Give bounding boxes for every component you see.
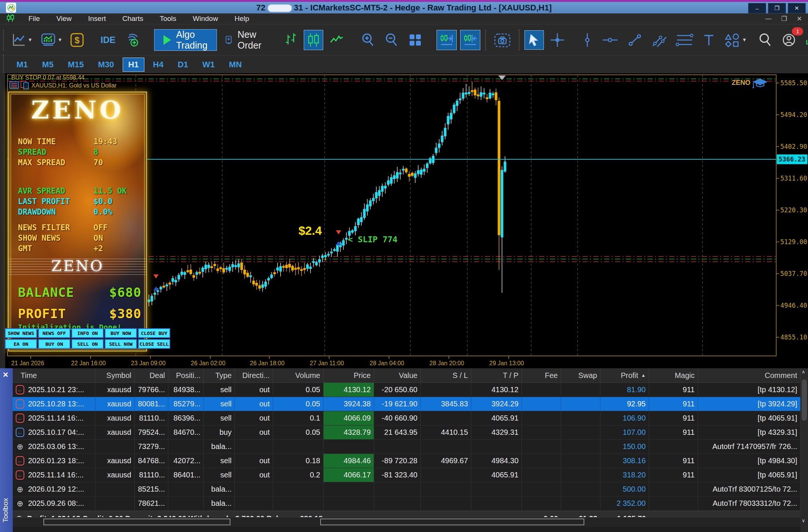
table-row[interactable]: ←2025.10.28 13:...xauusd80081...85279...… — [13, 397, 801, 411]
timeframe-m1[interactable]: M1 — [11, 58, 34, 72]
vertical-scrollbar[interactable]: ∧ ∨ — [801, 368, 808, 532]
menu-item-window[interactable]: Window — [184, 15, 226, 23]
fibonacci-tool-icon[interactable] — [673, 30, 696, 50]
zoom-in-icon[interactable] — [358, 30, 378, 50]
toolbox-tab[interactable]: Toolbox — [1, 498, 10, 523]
toolbar-drag-handle[interactable] — [3, 30, 4, 50]
zeno-button-info-on[interactable]: INFO ON — [71, 328, 104, 338]
timeframe-m5[interactable]: M5 — [37, 58, 59, 72]
zeno-button-ea-on[interactable]: EA ON — [5, 339, 37, 349]
cell-magic: 911 — [649, 383, 698, 397]
algo-trading-button[interactable]: Algo Trading — [154, 29, 217, 51]
line-chart-mode-icon[interactable] — [327, 30, 347, 50]
search-icon[interactable] — [755, 30, 775, 50]
table-row[interactable]: ←2025.11.14 16:...xauusd81110...86401...… — [13, 468, 801, 482]
close-button[interactable]: ✕ — [788, 3, 806, 13]
column-header-deal[interactable]: Deal — [135, 368, 168, 382]
table-row[interactable]: ←2025.10.21 23:...xauusd79766...84938...… — [13, 383, 801, 397]
horizontal-scrollbar[interactable] — [13, 517, 801, 527]
scrollbar-thumb[interactable] — [802, 379, 807, 421]
restore-button[interactable]: ❐ — [768, 3, 786, 13]
new-order-button[interactable]: New Order — [220, 29, 270, 51]
timeframe-m30[interactable]: M30 — [92, 58, 120, 72]
timeframe-h1[interactable]: H1 — [123, 58, 144, 72]
scroll-up-icon[interactable]: ∧ — [802, 369, 805, 375]
cell-position — [168, 482, 204, 496]
table-row[interactable]: ⊕2025.03.06 13:...73279...bala...150.00A… — [13, 440, 801, 454]
timeframe-d1[interactable]: D1 — [172, 58, 194, 72]
zeno-button-news-off[interactable]: NEWS OFF — [38, 328, 70, 338]
menu-item-help[interactable]: Help — [226, 15, 257, 23]
chart-shift-icon[interactable] — [437, 30, 457, 50]
scroll-down-icon[interactable]: ∨ — [802, 518, 805, 523]
column-header-type[interactable]: Type — [204, 368, 235, 382]
cell-magic — [649, 482, 698, 496]
zeno-button-show-news[interactable]: SHOW NEWS — [5, 328, 37, 338]
zeno-button-sell-on[interactable]: SELL ON — [71, 339, 104, 349]
shapes-tool-icon[interactable]: ▼ — [722, 30, 749, 50]
table-row[interactable]: ←2026.01.23 18:...xauusd84768...42072...… — [13, 454, 801, 468]
zeno-button-close-sell[interactable]: CLOSE SELL — [138, 339, 170, 349]
currency-icon[interactable]: $ — [68, 30, 86, 50]
indicators-icon[interactable]: ▼ — [38, 30, 64, 50]
table-row[interactable]: ←2025.11.14 16:...xauusd81110...86396...… — [13, 411, 801, 425]
channel-tool-icon[interactable] — [649, 30, 670, 50]
column-header-comment[interactable]: Comment — [698, 368, 801, 382]
cursor-tool-icon[interactable] — [524, 30, 544, 50]
bar-chart-mode-icon[interactable] — [282, 30, 300, 50]
tfbar-drag-handle[interactable] — [3, 54, 6, 75]
tile-windows-icon[interactable] — [405, 30, 425, 50]
child-restore-icon[interactable]: ❐ — [781, 15, 787, 23]
cell-price — [324, 482, 374, 496]
column-header-sl[interactable]: S / L — [421, 368, 471, 382]
table-row[interactable]: ⊕2026.01.29 12:...85215...bala...500.00A… — [13, 482, 801, 496]
community-icon[interactable]: 1 — [779, 30, 799, 50]
timeframe-m15[interactable]: M15 — [62, 58, 89, 72]
market-scanner-icon[interactable] — [122, 30, 143, 50]
column-header-volume[interactable]: Volume — [273, 368, 324, 382]
child-close-icon[interactable]: ✕ — [797, 15, 802, 23]
child-minimize-icon[interactable]: — — [765, 15, 772, 23]
ide-button[interactable]: IDE — [98, 35, 119, 45]
text-tool-icon[interactable] — [700, 30, 718, 50]
column-header-direction[interactable]: Directi... — [235, 368, 273, 382]
table-row[interactable]: ←2025.10.17 04:...xauusd79524...84670...… — [13, 425, 801, 440]
lvl-indicator[interactable]: ⇧ LVL — [806, 35, 808, 45]
table-row[interactable]: ⊕2025.09.26 08:...78621...bala...2 352.0… — [13, 496, 801, 511]
candlestick-mode-icon[interactable] — [304, 30, 323, 50]
zeno-button-sell-now[interactable]: SELL NOW — [105, 339, 137, 349]
column-header-time[interactable]: Time — [13, 368, 95, 382]
screenshot-icon[interactable] — [491, 29, 514, 51]
zeno-button-buy-now[interactable]: BUY NOW — [105, 328, 137, 338]
timeframe-w1[interactable]: W1 — [197, 58, 220, 72]
vertical-line-tool-icon[interactable] — [579, 30, 596, 50]
column-header-magic[interactable]: Magic — [649, 368, 698, 382]
cell-type: sell — [204, 411, 235, 425]
timeframe-mn[interactable]: MN — [223, 58, 247, 72]
column-header-swap[interactable]: Swap — [561, 368, 600, 382]
column-header-fee[interactable]: Fee — [522, 368, 561, 382]
zeno-button-close-buy[interactable]: CLOSE BUY — [138, 328, 170, 338]
trendline-tool-icon[interactable] — [624, 30, 645, 50]
column-header-value[interactable]: Value — [374, 368, 421, 382]
zeno-button-buy-on[interactable]: BUY ON — [38, 339, 70, 349]
menu-item-view[interactable]: View — [48, 15, 80, 23]
column-header-symbol[interactable]: Symbol — [95, 368, 135, 382]
window-title: 7231 - ICMarketsSC-MT5-2 - Hedge - Raw T… — [0, 3, 808, 13]
toolbox-close-icon[interactable]: ✕ — [3, 370, 9, 379]
zoom-out-icon[interactable] — [382, 30, 402, 50]
menu-item-file[interactable]: File — [20, 15, 48, 23]
minimize-button[interactable]: – — [748, 3, 766, 13]
column-header-profit[interactable]: Profit▲ — [600, 368, 649, 382]
chart-profile-icon[interactable]: ▼ — [9, 30, 34, 50]
menu-item-insert[interactable]: Insert — [80, 15, 114, 23]
column-header-price[interactable]: Price — [324, 368, 374, 382]
menu-item-tools[interactable]: Tools — [152, 15, 184, 23]
crosshair-tool-icon[interactable] — [547, 30, 567, 50]
auto-scroll-icon[interactable] — [460, 30, 480, 50]
column-header-position[interactable]: Positi... — [168, 368, 204, 382]
horizontal-line-tool-icon[interactable] — [599, 30, 621, 50]
timeframe-h4[interactable]: H4 — [147, 58, 169, 72]
menu-item-charts[interactable]: Charts — [114, 15, 152, 23]
column-header-tp[interactable]: T / P — [471, 368, 522, 382]
